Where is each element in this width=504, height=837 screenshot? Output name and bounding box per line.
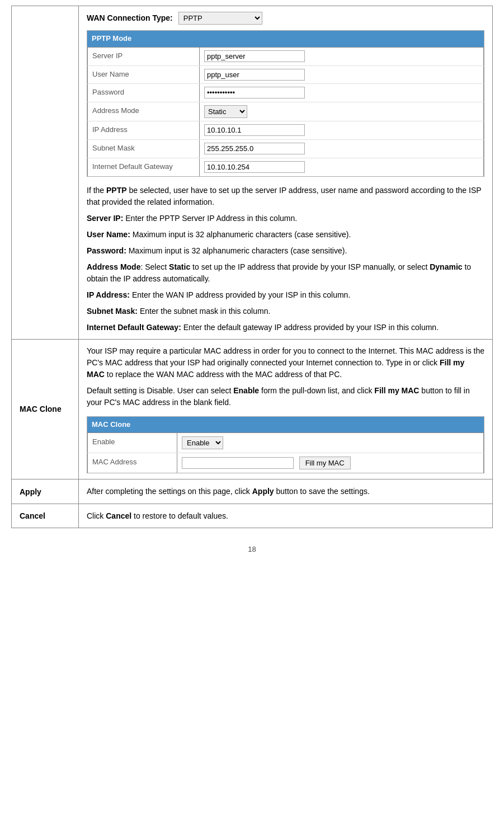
main-table: WAN Connection Type: PPTP PPTP Mode Serv… [11, 6, 493, 528]
cancel-right-cell: Click Cancel to restore to default value… [79, 504, 493, 528]
pptp-form-table: Server IP User Name Passwo [87, 47, 484, 176]
pptp-subnet-input[interactable] [204, 143, 305, 154]
pptp-server-ip-input[interactable] [204, 50, 305, 62]
mac-clone-enable-label: Enable [88, 433, 177, 453]
pptp-gateway-input[interactable] [204, 161, 305, 173]
pptp-ip-cell [200, 121, 484, 140]
pptp-desc-block: If the PPTP be selected, user have to se… [87, 185, 484, 333]
pptp-desc-6: IP Address: Enter the WAN IP address pro… [87, 289, 484, 301]
apply-right-cell: After completing the settings on this pa… [79, 479, 493, 504]
mac-clone-outer: MAC Clone Enable Enable Disable [87, 416, 484, 474]
pptp-subnet-cell [200, 139, 484, 158]
pptp-desc-2: Server IP: Enter the PPTP Server IP Addr… [87, 213, 484, 224]
fill-mac-button[interactable]: Fill my MAC [299, 457, 351, 469]
pptp-desc-4: Password: Maximum input is 32 alphanumer… [87, 245, 484, 257]
page-wrapper: WAN Connection Type: PPTP PPTP Mode Serv… [0, 0, 504, 576]
wan-type-select[interactable]: PPTP [178, 12, 262, 25]
cancel-left-cell: Cancel [12, 504, 79, 528]
mac-clone-enable-row: Enable Enable Disable [88, 433, 484, 453]
pptp-header: PPTP Mode [87, 31, 484, 47]
mac-clone-row: MAC Clone Your ISP may require a particu… [12, 339, 493, 479]
pptp-ip-label: IP Address [88, 121, 200, 140]
mac-clone-right-cell: Your ISP may require a particular MAC ad… [79, 339, 493, 479]
cancel-description: Click Cancel to restore to default value… [87, 510, 484, 522]
apply-row: Apply After completing the settings on t… [12, 479, 493, 504]
mac-clone-address-label: MAC Address [88, 453, 177, 473]
pptp-password-row: Password [88, 84, 484, 102]
pptp-gateway-label: Internet Default Gateway [88, 158, 200, 176]
pptp-server-ip-cell [200, 47, 484, 65]
pptp-password-cell [200, 84, 484, 102]
pptp-subnet-row: Subnet Mask [88, 139, 484, 158]
pptp-desc-8: Internet Default Gateway: Enter the defa… [87, 322, 484, 333]
pptp-server-ip-label: Server IP [88, 47, 200, 65]
pptp-address-mode-select[interactable]: Static Dynamic [204, 105, 247, 118]
pptp-address-mode-row: Address Mode Static Dynamic [88, 102, 484, 121]
mac-clone-desc-2: Default setting is Disable. User can sel… [87, 385, 484, 408]
mac-clone-enable-select[interactable]: Enable Disable [182, 436, 223, 449]
apply-left-cell: Apply [12, 479, 79, 504]
pptp-username-cell [200, 65, 484, 84]
pptp-right-cell: WAN Connection Type: PPTP PPTP Mode Serv… [79, 6, 493, 340]
pptp-subnet-label: Subnet Mask [88, 139, 200, 158]
cancel-row: Cancel Click Cancel to restore to defaul… [12, 504, 493, 528]
mac-clone-address-cell: Fill my MAC [177, 453, 484, 473]
pptp-outer: PPTP Mode Server IP User Name [87, 30, 484, 177]
pptp-username-label: User Name [88, 65, 200, 84]
mac-clone-form-table: Enable Enable Disable MAC Address [87, 432, 484, 473]
pptp-username-input[interactable] [204, 69, 305, 81]
mac-clone-address-row: MAC Address Fill my MAC [88, 453, 484, 473]
mac-clone-desc-block: Your ISP may require a particular MAC ad… [87, 345, 484, 408]
pptp-gateway-row: Internet Default Gateway [88, 158, 484, 176]
mac-clone-left-cell: MAC Clone [12, 339, 79, 479]
pptp-ip-input[interactable] [204, 124, 305, 136]
pptp-password-input[interactable] [204, 87, 305, 98]
pptp-gateway-cell [200, 158, 484, 176]
pptp-left-cell [12, 6, 79, 340]
pptp-desc-1: If the PPTP be selected, user have to se… [87, 185, 484, 208]
pptp-password-label: Password [88, 84, 200, 102]
wan-type-label: WAN Connection Type: [87, 12, 173, 24]
wan-type-row: WAN Connection Type: PPTP [87, 12, 484, 25]
pptp-desc-3: User Name: Maximum input is 32 alphanume… [87, 229, 484, 241]
mac-clone-header: MAC Clone [87, 417, 484, 433]
mac-clone-enable-cell: Enable Disable [177, 433, 484, 453]
pptp-address-mode-cell: Static Dynamic [200, 102, 484, 121]
pptp-ip-row: IP Address [88, 121, 484, 140]
pptp-username-row: User Name [88, 65, 484, 84]
pptp-desc-7: Subnet Mask: Enter the subnet mask in th… [87, 305, 484, 317]
pptp-row: WAN Connection Type: PPTP PPTP Mode Serv… [12, 6, 493, 340]
pptp-server-ip-row: Server IP [88, 47, 484, 65]
mac-clone-address-input[interactable] [182, 457, 294, 469]
pptp-address-mode-label: Address Mode [88, 102, 200, 121]
page-number: 18 [11, 545, 493, 553]
apply-description: After completing the settings on this pa… [87, 485, 484, 497]
mac-clone-desc-1: Your ISP may require a particular MAC ad… [87, 345, 484, 380]
pptp-desc-5: Address Mode: Select Static to set up th… [87, 261, 484, 285]
